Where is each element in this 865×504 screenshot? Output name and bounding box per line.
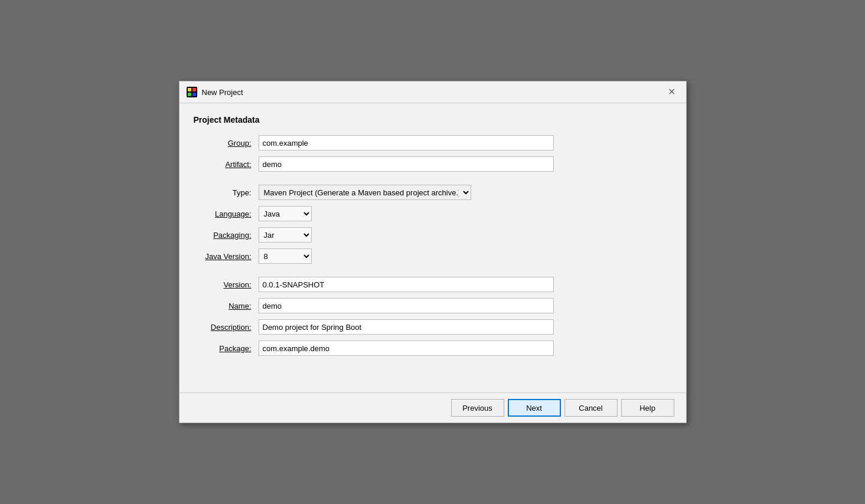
intellij-icon — [187, 87, 197, 97]
artifact-input[interactable] — [259, 156, 554, 172]
package-input[interactable] — [259, 341, 554, 356]
svg-rect-2 — [192, 88, 196, 91]
svg-rect-4 — [192, 93, 196, 96]
java-version-select[interactable]: 8 11 17 21 — [259, 248, 312, 264]
type-row: Type: Maven Project (Generate a Maven ba… — [194, 185, 672, 200]
cancel-button[interactable]: Cancel — [564, 399, 618, 417]
svg-rect-1 — [188, 88, 191, 91]
description-row: Description: — [194, 319, 672, 335]
group-row: Group: — [194, 135, 672, 150]
description-label: Description: — [194, 323, 259, 332]
previous-button[interactable]: Previous — [451, 399, 504, 417]
next-button[interactable]: Next — [508, 399, 561, 417]
java-version-row: Java Version: 8 11 17 21 — [194, 248, 672, 264]
version-row: Version: — [194, 277, 672, 292]
svg-rect-3 — [188, 93, 191, 96]
type-label: Type: — [194, 188, 259, 197]
name-row: Name: — [194, 298, 672, 313]
close-button[interactable]: ✕ — [664, 86, 679, 98]
title-bar-left: New Project — [187, 87, 243, 97]
name-label: Name: — [194, 302, 259, 310]
artifact-row: Artifact: — [194, 156, 672, 172]
packaging-label: Packaging: — [194, 231, 259, 240]
language-select[interactable]: Java Kotlin Groovy — [259, 206, 312, 221]
packaging-row: Packaging: Jar War — [194, 227, 672, 243]
new-project-dialog: New Project ✕ Project Metadata Group: Ar… — [179, 81, 687, 423]
description-input[interactable] — [259, 319, 554, 335]
dialog-footer: Previous Next Cancel Help — [179, 392, 686, 423]
artifact-label: Artifact: — [194, 160, 259, 169]
packaging-select[interactable]: Jar War — [259, 227, 312, 243]
group-input[interactable] — [259, 135, 554, 150]
section-title: Project Metadata — [194, 115, 672, 125]
title-bar: New Project ✕ — [179, 81, 686, 103]
dialog-title: New Project — [202, 88, 243, 97]
version-label: Version: — [194, 280, 259, 289]
type-select[interactable]: Maven Project (Generate a Maven based pr… — [259, 185, 471, 200]
package-row: Package: — [194, 341, 672, 356]
language-row: Language: Java Kotlin Groovy — [194, 206, 672, 221]
dialog-body: Project Metadata Group: Artifact: Type: … — [179, 103, 686, 392]
name-input[interactable] — [259, 298, 554, 313]
group-label: Group: — [194, 139, 259, 148]
version-input[interactable] — [259, 277, 554, 292]
package-label: Package: — [194, 344, 259, 353]
language-label: Language: — [194, 210, 259, 218]
java-version-label: Java Version: — [194, 252, 259, 261]
help-button[interactable]: Help — [621, 399, 674, 417]
